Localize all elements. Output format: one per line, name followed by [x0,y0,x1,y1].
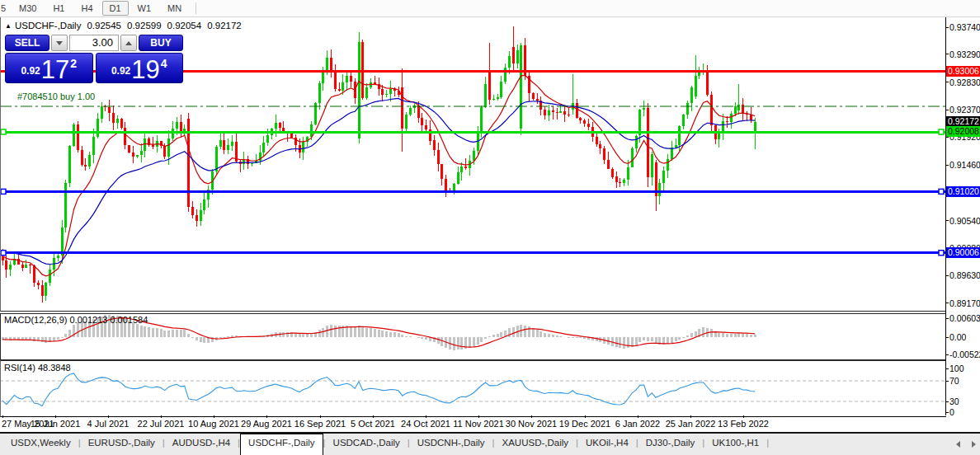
volume-input[interactable]: 3.00 [69,35,119,51]
timeframe-h4[interactable]: H4 [73,1,100,16]
high-value: 0.92599 [127,21,162,30]
volume-increase-button[interactable] [120,35,137,51]
ma-28 [2,98,755,264]
timeframe-d1[interactable]: D1 [102,1,129,16]
tab-ukoil-h4[interactable]: UKOil-,H4 [578,434,636,455]
timeframe-m30[interactable]: M30 [12,1,44,16]
close-value: 0.92172 [207,21,242,30]
trade-panel: SELL 3.00 BUY 0.92 17 2 0.92 19 4 [5,35,183,83]
tab-usdcnh-daily[interactable]: USDCNH-,Daily [410,434,492,455]
tab-audusd-h4[interactable]: AUDUSD-,H4 [165,434,238,455]
tab-usdchf-daily[interactable]: USDCHF-,Daily [240,434,323,455]
volume-decrease-button[interactable] [51,35,68,51]
tab-scroll-left-icon[interactable] [956,441,960,448]
tab-separator: | [766,434,769,455]
hline-0.90006 [0,251,945,254]
sell-price-big: 17 [41,59,69,81]
position-label[interactable]: #7084510 buy 1.00 [17,91,95,101]
timeframe-w1[interactable]: W1 [130,1,159,16]
tab-usdx-weekly[interactable]: USDX,Weekly [3,434,78,455]
sell-price-sup: 2 [70,57,77,70]
low-value: 0.92054 [167,21,202,30]
tab-eurusd-daily[interactable]: EURUSD-,Daily [81,434,163,455]
buy-price-sup: 4 [161,57,167,70]
hline-handle [1,251,6,256]
tab-xauusd-daily[interactable]: XAUUSD-,Daily [495,434,577,455]
triangle-up-icon [125,41,132,45]
buy-button[interactable]: BUY [139,35,183,51]
sell-price-prefix: 0.92 [21,65,40,77]
chart-header: ▲USDCHF-,Daily0.925450.925990.920540.921… [5,21,247,30]
hline-handle [939,189,944,194]
timeframe-mn[interactable]: MN [160,1,189,16]
hline-0.9102 [0,190,945,193]
open-value: 0.92545 [87,21,121,30]
rsi-label: RSI(14) 48.3848 [4,363,71,373]
ma-10 [2,76,755,276]
symbol-period-label: USDCHF-,Daily [15,21,82,30]
sell-button[interactable]: SELL [5,35,49,51]
hline-0.92008 [0,131,945,134]
chart-tabs-bar: USDX,Weekly|EURUSD-,Daily|AUDUSD-,H4|USD… [0,434,980,455]
price-axis-border [945,17,946,415]
hline-handle [939,129,944,134]
tab-uk100-h1[interactable]: UK100-,H1 [704,434,766,455]
hline-handle [1,189,6,194]
triangle-down-icon [56,41,63,45]
timeframe-5[interactable]: 5 [0,1,10,16]
toolbar-separator [196,2,196,14]
buy-price-box[interactable]: 0.92 19 4 [96,53,184,83]
tab-dj30-daily[interactable]: DJ30-,Daily [638,434,702,455]
timeframe-h1[interactable]: H1 [45,1,72,16]
hline-handle [1,129,6,134]
buy-price-big: 19 [131,59,159,81]
toolbar: 5M30H1H4D1W1MN [0,0,980,17]
tab-scroll-right-icon[interactable] [972,441,976,448]
hline-handle [939,251,944,256]
sell-price-box[interactable]: 0.92 17 2 [5,53,93,83]
collapse-arrow-icon[interactable]: ▲ [5,22,12,30]
tab-usdcad-daily[interactable]: USDCAD-,Daily [326,434,408,455]
macd-label: MACD(12,26,9) 0.001213 0.001584 [4,315,148,325]
buy-price-prefix: 0.92 [111,65,130,77]
